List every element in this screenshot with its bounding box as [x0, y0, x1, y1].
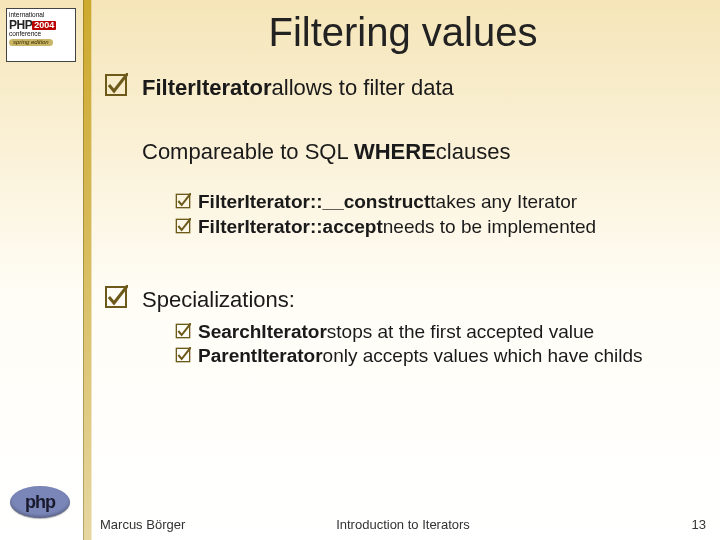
check-icon: [174, 322, 192, 340]
footer-title: Introduction to Iterators: [100, 517, 706, 532]
sub-3b-tail: needs to be implemented: [383, 216, 596, 237]
bullet-1-bold: FilterIterator: [142, 75, 272, 100]
sub-bullet-4a: SearchIteratorstops at the first accepte…: [174, 320, 706, 345]
check-icon: [174, 217, 192, 235]
content-area: Filtering values FilterIteratorallows to…: [100, 0, 706, 540]
bullet-4-text: Specializations:: [142, 286, 706, 314]
sub-bullet-3b: FilterIterator::acceptneeds to be implem…: [174, 215, 706, 240]
bullet-4: Specializations: SearchIteratorstops at …: [100, 286, 706, 369]
logo-tag: spring edition: [9, 39, 53, 45]
sub-4a-bold: SearchIterator: [198, 321, 327, 342]
bullet-2: Compareable to SQL WHEREclauses: [100, 138, 706, 166]
sub-3a-text: FilterIterator::__constructtakes any Ite…: [198, 190, 577, 215]
php-logo-text: php: [25, 492, 55, 513]
left-column: international PHP2004 conference spring …: [0, 0, 80, 540]
footer: Marcus Börger Introduction to Iterators …: [100, 517, 706, 532]
bullet-2-bold: WHERE: [354, 139, 436, 164]
sub-3b-bold: FilterIterator::accept: [198, 216, 383, 237]
footer-page: 13: [692, 517, 706, 532]
sub-bullet-3a: FilterIterator::__constructtakes any Ite…: [174, 190, 706, 215]
check-icon: [174, 192, 192, 210]
bullet-2-post: clauses: [436, 139, 511, 164]
bullet-2-pre: Compareable to SQL: [142, 139, 354, 164]
check-icon: [103, 72, 129, 98]
bullet-2-text: Compareable to SQL WHEREclauses: [142, 138, 706, 166]
sub-4b-text: ParentIteratoronly accepts values which …: [198, 344, 643, 369]
sub-3b-text: FilterIterator::acceptneeds to be implem…: [198, 215, 596, 240]
sub-4a-text: SearchIteratorstops at the first accepte…: [198, 320, 594, 345]
bullet-3-group: FilterIterator::__constructtakes any Ite…: [100, 190, 706, 239]
slide: international PHP2004 conference spring …: [0, 0, 720, 540]
check-icon: [103, 284, 129, 310]
logo-line-conference: conference: [9, 31, 73, 38]
bullet-1: FilterIteratorallows to filter data: [100, 74, 706, 102]
sub-4a-tail: stops at the first accepted value: [327, 321, 594, 342]
bullet-1-tail: allows to filter data: [272, 75, 454, 100]
vertical-divider: [83, 0, 92, 540]
bullet-4-label: Specializations:: [142, 287, 295, 312]
check-icon: [174, 346, 192, 364]
sub-4b-tail: only accepts values which have childs: [323, 345, 643, 366]
bullet-1-text: FilterIteratorallows to filter data: [142, 74, 706, 102]
conference-logo: international PHP2004 conference spring …: [6, 8, 76, 62]
slide-title: Filtering values: [100, 10, 706, 55]
php-logo: php: [10, 486, 70, 518]
sub-3a-tail: takes any Iterator: [430, 191, 577, 212]
sub-bullet-4b: ParentIteratoronly accepts values which …: [174, 344, 706, 369]
logo-year: 2004: [32, 21, 56, 30]
sub-4b-bold: ParentIterator: [198, 345, 323, 366]
sub-3a-bold: FilterIterator::__construct: [198, 191, 430, 212]
